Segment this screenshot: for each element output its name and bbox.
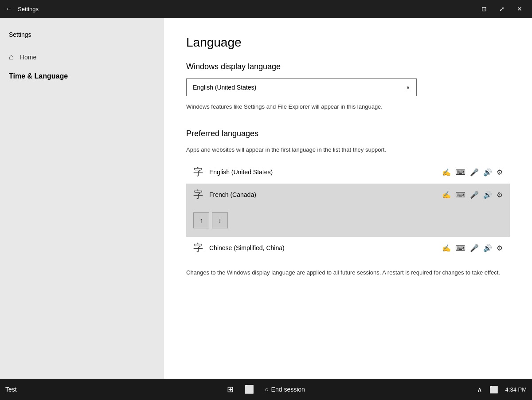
lang-name-french: French (Canada) — [209, 191, 256, 198]
taskbar-right: ∧ ⬜ 4:34 PM — [477, 385, 527, 394]
keyboard-icon: ⌨ — [455, 168, 466, 176]
move-buttons-container: ↑ ↓ — [186, 206, 510, 237]
options-icon: ⚙ — [497, 168, 503, 176]
end-session-label: End session — [271, 386, 305, 393]
text-to-speech-icon-zh: 🔊 — [483, 244, 492, 252]
task-view-icon[interactable]: ⬜ — [244, 384, 254, 394]
lang-item-chinese[interactable]: 字 Chinese (Simplified, China) ✍ ⌨ 🎤 🔊 ⚙ — [186, 237, 510, 259]
page-title: Language — [186, 35, 510, 50]
preferred-lang-section-title: Preferred languages — [186, 129, 510, 138]
sidebar-item-home[interactable]: ⌂ Home — [0, 47, 164, 67]
lang-icon-chinese: 字 — [193, 243, 203, 253]
expand-button[interactable]: ⤢ — [495, 2, 509, 16]
lang-icon-english: 字 — [193, 167, 203, 177]
display-lang-dropdown-wrapper: English (United States) ∨ — [186, 78, 510, 96]
chevron-down-icon: ∨ — [406, 84, 410, 90]
taskbar-app-name: Test — [5, 386, 59, 393]
chevron-up-icon[interactable]: ∧ — [477, 385, 482, 394]
display-lang-desc: Windows features like Settings and File … — [186, 102, 510, 111]
lang-name-chinese: Chinese (Simplified, China) — [209, 244, 285, 251]
taskbar: Test ⊞ ⬜ ○ End session ∧ ⬜ 4:34 PM — [0, 379, 532, 400]
lang-feature-icons-french: ✍ ⌨ 🎤 🔊 ⚙ — [442, 191, 503, 199]
windows-start-icon[interactable]: ⊞ — [227, 384, 234, 394]
handwriting-icon: ✍ — [442, 168, 451, 176]
move-up-button[interactable]: ↑ — [193, 212, 209, 228]
back-button[interactable]: ← — [5, 5, 12, 13]
mic-icon-fr: 🎤 — [470, 191, 479, 199]
mic-icon-zh: 🎤 — [470, 244, 479, 252]
move-down-button[interactable]: ↓ — [212, 212, 228, 228]
display-lang-dropdown[interactable]: English (United States) ∨ — [186, 78, 417, 96]
preferred-lang-desc: Apps and websites will appear in the fir… — [186, 145, 510, 154]
home-icon: ⌂ — [9, 52, 14, 62]
handwriting-icon-zh: ✍ — [442, 244, 451, 252]
main-layout: Settings ⌂ Home Time & Language Language… — [0, 18, 532, 379]
text-to-speech-icon: 🔊 — [483, 168, 492, 176]
lang-name-english: English (United States) — [209, 169, 273, 176]
sidebar-home-label: Home — [20, 54, 36, 61]
sidebar: Settings ⌂ Home Time & Language — [0, 18, 164, 379]
sidebar-item-time-language[interactable]: Time & Language — [0, 67, 164, 86]
section-spacer — [186, 118, 510, 129]
sidebar-header: Settings — [0, 27, 164, 47]
options-icon-fr: ⚙ — [497, 191, 503, 199]
lang-icon-french: 字 — [193, 190, 203, 200]
move-buttons: ↑ ↓ — [193, 212, 228, 233]
lang-item-left-chinese: 字 Chinese (Simplified, China) — [193, 243, 285, 253]
taskbar-center: ⊞ ⬜ ○ End session — [227, 384, 305, 394]
lang-item-french[interactable]: 字 French (Canada) ✍ ⌨ 🎤 🔊 ⚙ — [186, 184, 510, 206]
lang-item-left-french: 字 French (Canada) — [193, 190, 256, 200]
title-bar: ← Settings ⊡ ⤢ ✕ — [0, 0, 532, 18]
lang-feature-icons-english: ✍ ⌨ 🎤 🔊 ⚙ — [442, 168, 503, 176]
lang-item-english[interactable]: 字 English (United States) ✍ ⌨ 🎤 🔊 ⚙ — [186, 161, 510, 184]
lang-feature-icons-chinese: ✍ ⌨ 🎤 🔊 ⚙ — [442, 244, 503, 252]
window-controls: ⊡ ⤢ ✕ — [477, 2, 527, 16]
display-lang-section-title: Windows display language — [186, 62, 510, 71]
pin-button[interactable]: ⊡ — [477, 2, 491, 16]
note-text: Changes to the Windows display language … — [186, 268, 510, 277]
end-session-button[interactable]: ○ End session — [265, 386, 305, 393]
language-list: 字 English (United States) ✍ ⌨ 🎤 🔊 ⚙ 字 Fr… — [186, 161, 510, 259]
mic-icon: 🎤 — [470, 168, 479, 176]
keyboard-icon-zh: ⌨ — [455, 244, 466, 252]
sidebar-active-label: Time & Language — [9, 72, 68, 80]
handwriting-icon-fr: ✍ — [442, 191, 451, 199]
close-button[interactable]: ✕ — [512, 2, 527, 16]
notification-icon[interactable]: ⬜ — [489, 385, 498, 394]
end-session-circle-icon: ○ — [265, 386, 268, 393]
options-icon-zh: ⚙ — [497, 244, 503, 252]
text-to-speech-icon-fr: 🔊 — [483, 191, 492, 199]
taskbar-time: 4:34 PM — [505, 386, 527, 393]
lang-item-left-english: 字 English (United States) — [193, 167, 273, 177]
content-area: Language Windows display language Englis… — [164, 18, 532, 379]
window-title: Settings — [18, 6, 477, 12]
display-lang-value: English (United States) — [193, 84, 256, 91]
keyboard-icon-fr: ⌨ — [455, 191, 466, 199]
